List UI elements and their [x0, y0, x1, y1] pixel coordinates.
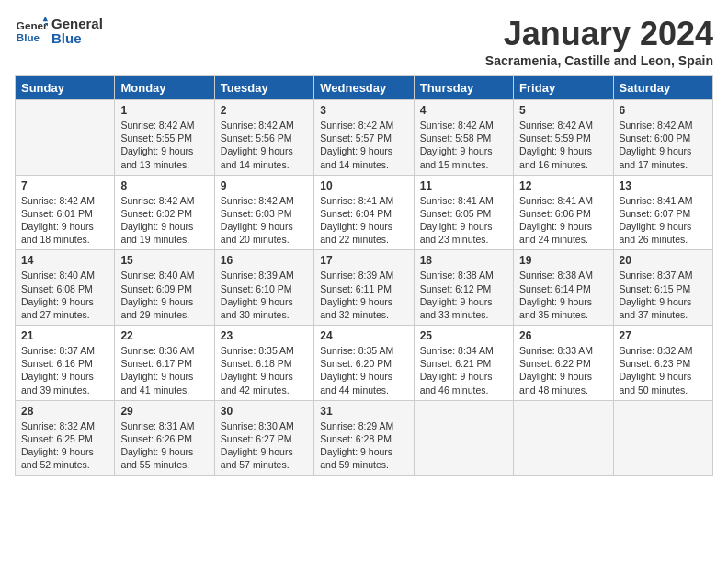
- cell-text: Sunset: 6:17 PM: [120, 357, 208, 370]
- day-number: 25: [420, 329, 507, 342]
- calendar-cell: 4Sunrise: 8:42 AMSunset: 5:58 PMDaylight…: [414, 100, 513, 176]
- cell-text: Sunset: 6:10 PM: [221, 282, 308, 295]
- calendar-cell: 5Sunrise: 8:42 AMSunset: 5:59 PMDaylight…: [514, 100, 613, 176]
- cell-text: and 20 minutes.: [221, 233, 308, 246]
- day-number: 16: [221, 254, 308, 267]
- cell-text: Sunrise: 8:38 AM: [420, 269, 507, 282]
- cell-text: Daylight: 9 hours: [320, 370, 407, 383]
- cell-text: Sunset: 5:57 PM: [320, 132, 407, 144]
- calendar-cell: 29Sunrise: 8:31 AMSunset: 6:26 PMDayligh…: [115, 400, 214, 476]
- cell-text: Daylight: 9 hours: [221, 295, 308, 308]
- cell-text: Sunrise: 8:31 AM: [120, 419, 208, 432]
- cell-text: Daylight: 9 hours: [620, 144, 707, 157]
- cell-text: Daylight: 9 hours: [420, 295, 507, 308]
- cell-text: Sunrise: 8:37 AM: [620, 269, 707, 282]
- calendar-cell: 21Sunrise: 8:37 AMSunset: 6:16 PMDayligh…: [16, 326, 115, 401]
- cell-text: Daylight: 9 hours: [519, 144, 607, 157]
- cell-text: Sunrise: 8:42 AM: [120, 119, 208, 132]
- calendar-cell: [613, 400, 712, 476]
- day-header-wednesday: Wednesday: [314, 76, 414, 100]
- cell-text: and 13 minutes.: [120, 158, 208, 171]
- cell-text: and 29 minutes.: [120, 308, 208, 321]
- cell-text: Sunset: 6:06 PM: [519, 207, 607, 220]
- cell-text: Sunset: 5:58 PM: [420, 132, 507, 144]
- cell-text: and 52 minutes.: [21, 458, 108, 471]
- cell-text: and 15 minutes.: [420, 158, 507, 171]
- calendar-cell: 7Sunrise: 8:42 AMSunset: 6:01 PMDaylight…: [16, 175, 115, 250]
- day-header-monday: Monday: [115, 76, 214, 100]
- cell-text: Sunset: 6:20 PM: [320, 357, 407, 370]
- calendar-cell: 9Sunrise: 8:42 AMSunset: 6:03 PMDaylight…: [214, 175, 313, 250]
- calendar-cell: 19Sunrise: 8:38 AMSunset: 6:14 PMDayligh…: [514, 250, 613, 326]
- cell-text: and 57 minutes.: [221, 458, 308, 471]
- calendar-week-row: 7Sunrise: 8:42 AMSunset: 6:01 PMDaylight…: [16, 175, 713, 250]
- cell-text: Sunset: 5:56 PM: [221, 132, 308, 144]
- cell-text: Sunrise: 8:29 AM: [320, 419, 407, 432]
- cell-text: Sunset: 6:08 PM: [21, 282, 108, 295]
- month-title: January 2024: [485, 15, 713, 53]
- calendar-cell: 23Sunrise: 8:35 AMSunset: 6:18 PMDayligh…: [214, 326, 313, 401]
- calendar-week-row: 14Sunrise: 8:40 AMSunset: 6:08 PMDayligh…: [16, 250, 713, 326]
- calendar-cell: 8Sunrise: 8:42 AMSunset: 6:02 PMDaylight…: [115, 175, 214, 250]
- cell-text: and 33 minutes.: [420, 308, 507, 321]
- cell-text: Sunset: 6:11 PM: [320, 282, 407, 295]
- day-header-friday: Friday: [514, 76, 613, 100]
- cell-text: and 35 minutes.: [519, 308, 607, 321]
- calendar-cell: 17Sunrise: 8:39 AMSunset: 6:11 PMDayligh…: [314, 250, 414, 326]
- cell-text: Daylight: 9 hours: [320, 144, 407, 157]
- calendar-cell: 24Sunrise: 8:35 AMSunset: 6:20 PMDayligh…: [314, 326, 414, 401]
- day-number: 30: [221, 405, 308, 418]
- day-number: 24: [320, 329, 407, 342]
- cell-text: Sunrise: 8:42 AM: [221, 119, 308, 132]
- calendar-cell: 28Sunrise: 8:32 AMSunset: 6:25 PMDayligh…: [16, 400, 115, 476]
- cell-text: Sunrise: 8:33 AM: [519, 344, 607, 357]
- day-number: 22: [120, 329, 208, 342]
- cell-text: and 42 minutes.: [221, 384, 308, 396]
- calendar-cell: [414, 400, 513, 476]
- cell-text: Daylight: 9 hours: [21, 370, 108, 383]
- cell-text: Daylight: 9 hours: [120, 445, 208, 458]
- cell-text: Sunset: 6:22 PM: [519, 357, 607, 370]
- day-number: 17: [320, 254, 407, 267]
- calendar-week-row: 21Sunrise: 8:37 AMSunset: 6:16 PMDayligh…: [16, 326, 713, 401]
- cell-text: and 26 minutes.: [620, 233, 707, 246]
- day-number: 23: [221, 329, 308, 342]
- cell-text: and 32 minutes.: [320, 308, 407, 321]
- cell-text: Sunrise: 8:42 AM: [320, 119, 407, 132]
- calendar-cell: 10Sunrise: 8:41 AMSunset: 6:04 PMDayligh…: [314, 175, 414, 250]
- cell-text: Daylight: 9 hours: [519, 370, 607, 383]
- cell-text: Sunrise: 8:35 AM: [221, 344, 308, 357]
- cell-text: Daylight: 9 hours: [120, 220, 208, 233]
- cell-text: Sunrise: 8:41 AM: [420, 194, 507, 207]
- cell-text: and 44 minutes.: [320, 384, 407, 396]
- cell-text: Daylight: 9 hours: [21, 220, 108, 233]
- header: General Blue General Blue January 2024 S…: [15, 15, 713, 68]
- calendar-cell: 26Sunrise: 8:33 AMSunset: 6:22 PMDayligh…: [514, 326, 613, 401]
- cell-text: Sunrise: 8:40 AM: [120, 269, 208, 282]
- cell-text: Daylight: 9 hours: [420, 220, 507, 233]
- cell-text: Sunrise: 8:41 AM: [320, 194, 407, 207]
- calendar-cell: 1Sunrise: 8:42 AMSunset: 5:55 PMDaylight…: [115, 100, 214, 176]
- cell-text: and 18 minutes.: [21, 233, 108, 246]
- cell-text: and 59 minutes.: [320, 458, 407, 471]
- cell-text: Daylight: 9 hours: [221, 445, 308, 458]
- calendar-week-row: 1Sunrise: 8:42 AMSunset: 5:55 PMDaylight…: [16, 100, 713, 176]
- day-number: 1: [120, 104, 208, 117]
- cell-text: Daylight: 9 hours: [21, 445, 108, 458]
- day-number: 27: [620, 329, 707, 342]
- cell-text: Daylight: 9 hours: [221, 144, 308, 157]
- svg-text:Blue: Blue: [17, 31, 40, 43]
- cell-text: Sunrise: 8:39 AM: [320, 269, 407, 282]
- day-header-tuesday: Tuesday: [214, 76, 313, 100]
- cell-text: Sunset: 6:07 PM: [620, 207, 707, 220]
- day-number: 20: [620, 254, 707, 267]
- cell-text: Daylight: 9 hours: [519, 295, 607, 308]
- day-number: 12: [519, 179, 607, 192]
- cell-text: Sunrise: 8:42 AM: [519, 119, 607, 132]
- cell-text: Daylight: 9 hours: [21, 295, 108, 308]
- day-number: 28: [21, 405, 108, 418]
- cell-text: Daylight: 9 hours: [221, 370, 308, 383]
- cell-text: Sunset: 6:28 PM: [320, 432, 407, 445]
- cell-text: and 39 minutes.: [21, 384, 108, 396]
- calendar-cell: 31Sunrise: 8:29 AMSunset: 6:28 PMDayligh…: [314, 400, 414, 476]
